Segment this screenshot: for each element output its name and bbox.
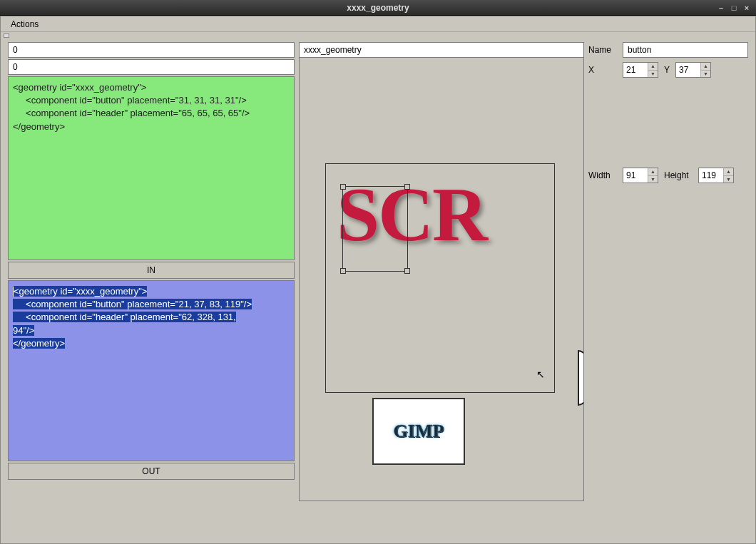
toolbar-grip[interactable] xyxy=(1,32,755,39)
out-button[interactable]: OUT xyxy=(8,463,295,480)
left-panel: <geometry id="xxxx_geometry"> <component… xyxy=(8,42,295,535)
menubar: Actions xyxy=(1,16,755,32)
x-value[interactable] xyxy=(623,63,648,77)
gimp-logo-text: GIMP xyxy=(394,421,444,442)
resize-handle-bl[interactable] xyxy=(340,268,346,274)
menu-actions[interactable]: Actions xyxy=(5,18,44,31)
input-top-2[interactable] xyxy=(8,59,295,75)
close-button[interactable]: × xyxy=(742,4,752,12)
window-body: Actions <geometry id="xxxx_geometry"> <c… xyxy=(0,16,756,544)
window-title: xxxx_geometry xyxy=(347,3,409,13)
x-down-icon[interactable]: ▼ xyxy=(648,71,658,78)
y-value[interactable] xyxy=(676,63,700,77)
cursor-icon: ↖ xyxy=(536,369,545,380)
width-spinner[interactable]: ▲▼ xyxy=(623,168,658,183)
canvas-area[interactable]: SCR GIMP ↖ xyxy=(299,58,584,501)
y-spinner[interactable]: ▲▼ xyxy=(675,62,711,78)
x-label: X xyxy=(588,65,620,75)
edge-shape xyxy=(578,350,584,406)
minimize-button[interactable]: – xyxy=(716,4,726,12)
resize-handle-tr[interactable] xyxy=(404,184,410,190)
w-up-icon[interactable]: ▲ xyxy=(648,168,658,176)
x-up-icon[interactable]: ▲ xyxy=(648,63,658,71)
name-field[interactable] xyxy=(623,42,748,58)
input-top-1[interactable] xyxy=(8,42,295,58)
y-up-icon[interactable]: ▲ xyxy=(701,63,710,71)
code-in-box[interactable]: <geometry id="xxxx_geometry"> <component… xyxy=(8,76,295,260)
resize-handle-tl[interactable] xyxy=(340,184,346,190)
x-spinner[interactable]: ▲▼ xyxy=(623,62,658,78)
height-spinner[interactable]: ▲▼ xyxy=(698,168,734,183)
width-label: Width xyxy=(588,170,620,180)
maximize-button[interactable]: □ xyxy=(729,4,739,12)
gimp-thumbnail: GIMP xyxy=(372,398,465,465)
canvas-title: xxxx_geometry xyxy=(299,42,584,58)
y-down-icon[interactable]: ▼ xyxy=(701,71,710,78)
code-out-box[interactable]: <geometry id="xxxx_geometry"> <component… xyxy=(8,280,295,461)
resize-handle-br[interactable] xyxy=(404,268,410,274)
h-up-icon[interactable]: ▲ xyxy=(724,168,733,176)
name-label: Name xyxy=(588,45,620,55)
height-label: Height xyxy=(664,170,695,180)
center-panel: xxxx_geometry SCR GIMP ↖ xyxy=(299,42,584,535)
w-down-icon[interactable]: ▼ xyxy=(648,176,658,183)
in-button[interactable]: IN xyxy=(8,262,295,279)
height-value[interactable] xyxy=(699,168,723,183)
width-value[interactable] xyxy=(623,168,648,183)
titlebar: xxxx_geometry – □ × xyxy=(0,0,756,16)
y-label: Y xyxy=(664,65,673,75)
h-down-icon[interactable]: ▼ xyxy=(724,176,733,183)
properties-panel: Name X ▲▼ Y ▲▼ Width ▲▼ xyxy=(588,42,748,535)
canvas-title-text: xxxx_geometry xyxy=(304,45,362,55)
selection-box[interactable] xyxy=(342,186,408,272)
